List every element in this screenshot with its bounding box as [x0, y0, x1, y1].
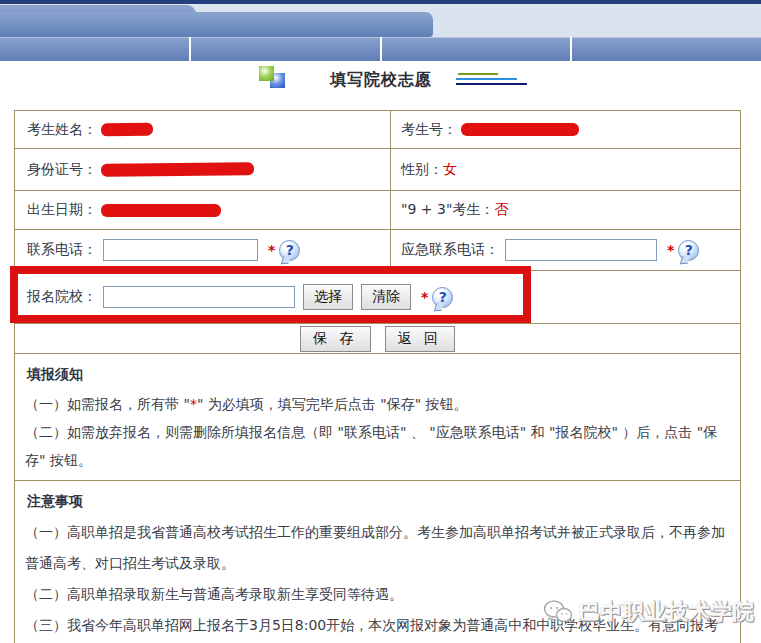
- birth-date-redaction: [101, 204, 221, 217]
- menu-button-1[interactable]: [0, 37, 189, 61]
- college-help-icon[interactable]: ?: [432, 287, 453, 308]
- cell-phone: 联系电话： * ?: [15, 230, 391, 270]
- deco-line-blue: [456, 78, 517, 80]
- id-number-label: 身份证号：: [27, 161, 97, 179]
- row-actions: 保 存 返 回: [15, 324, 740, 354]
- notice-section: 填报须知 （一）如需报名，所有带 "*" 为必填项，填写完毕后点击 "保存" 按…: [15, 354, 740, 481]
- cell-candidate-name: 考生姓名：: [15, 111, 391, 148]
- cell-candidate-number: 考生号：: [391, 111, 740, 148]
- header-blue-band: [0, 12, 433, 37]
- wechat-logo-icon: [543, 599, 573, 625]
- candidate-name-redaction: [101, 123, 153, 137]
- menu-button-4[interactable]: [572, 37, 761, 61]
- phone-help-icon[interactable]: ?: [279, 240, 300, 261]
- menu-button-2[interactable]: [191, 37, 380, 61]
- deco-line-navy: [456, 83, 527, 85]
- birth-date-label: 出生日期：: [27, 201, 97, 219]
- emergency-phone-label: 应急联系电话：: [401, 241, 499, 259]
- title-green-square-icon: [259, 66, 274, 81]
- application-form: 考生姓名： 考生号： 身份证号： 性别： 女 出生日期：: [14, 110, 741, 643]
- notice-item-2: （二）如需放弃报名，则需删除所填报名信息（即 "联系电话" 、 "应急联系电话"…: [25, 418, 730, 474]
- cell-college: 报名院校： 选择 清除 * ?: [15, 271, 740, 323]
- row-college: 报名院校： 选择 清除 * ?: [15, 271, 740, 324]
- nine-plus-three-label: "9 + 3"考生：: [401, 201, 494, 219]
- menu-button-3[interactable]: [382, 37, 571, 61]
- page-title: 填写院校志愿: [330, 70, 432, 91]
- cell-emergency-phone: 应急联系电话： * ?: [391, 230, 740, 270]
- college-select-button[interactable]: 选择: [303, 284, 353, 310]
- emergency-help-icon[interactable]: ?: [678, 240, 699, 261]
- gender-label: 性别：: [401, 161, 443, 179]
- attention-heading: 注意事项: [27, 493, 730, 511]
- college-input[interactable]: [103, 286, 295, 308]
- cell-gender: 性别： 女: [391, 149, 740, 190]
- deco-line-green: [458, 73, 498, 75]
- gender-value: 女: [443, 161, 457, 179]
- page: 填写院校志愿 考生姓名： 考生号： 身份证号： 性别： 女: [0, 0, 761, 643]
- college-clear-button[interactable]: 清除: [361, 284, 411, 310]
- row-name-number: 考生姓名： 考生号：: [15, 111, 740, 149]
- title-row: 填写院校志愿: [0, 62, 761, 98]
- row-id-gender: 身份证号： 性别： 女: [15, 149, 740, 191]
- notice-required-star: *: [190, 396, 197, 412]
- notice-heading: 填报须知: [27, 366, 730, 384]
- college-required-mark: *: [421, 289, 428, 305]
- id-number-redaction: [101, 162, 254, 177]
- watermark: 巴中职业技术学院: [543, 598, 755, 626]
- row-phones: 联系电话： * ? 应急联系电话： * ?: [15, 230, 740, 271]
- cell-birth-date: 出生日期：: [15, 191, 391, 229]
- save-button[interactable]: 保 存: [300, 326, 370, 352]
- attention-item-1: （一）高职单招是我省普通高校考试招生工作的重要组成部分。考生参加高职单招考试并被…: [25, 517, 730, 579]
- notice-item-1: （一）如需报名，所有带 "*" 为必填项，填写完毕后点击 "保存" 按钮。: [25, 390, 730, 418]
- candidate-number-redaction: [461, 123, 579, 136]
- candidate-name-label: 考生姓名：: [27, 121, 97, 139]
- back-button[interactable]: 返 回: [385, 326, 455, 352]
- watermark-text: 巴中职业技术学院: [579, 598, 755, 626]
- emergency-required-mark: *: [667, 242, 674, 258]
- phone-input[interactable]: [103, 239, 258, 261]
- phone-required-mark: *: [268, 242, 275, 258]
- college-label: 报名院校：: [27, 288, 97, 306]
- cell-id-number: 身份证号：: [15, 149, 391, 190]
- row-birth-93: 出生日期： "9 + 3"考生： 否: [15, 191, 740, 230]
- nine-plus-three-value: 否: [494, 201, 508, 219]
- emergency-phone-input[interactable]: [505, 239, 657, 261]
- candidate-number-label: 考生号：: [401, 121, 457, 139]
- phone-label: 联系电话：: [27, 241, 97, 259]
- main-menu: [0, 37, 761, 61]
- cell-nine-plus-three: "9 + 3"考生： 否: [391, 191, 740, 229]
